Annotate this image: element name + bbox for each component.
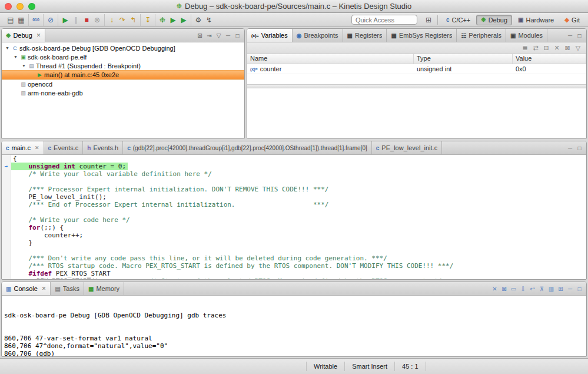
- expander-icon[interactable]: ▼: [4, 46, 11, 50]
- resume-icon[interactable]: ▶: [60, 15, 71, 25]
- instruction-stepping-icon[interactable]: ↧: [142, 15, 153, 25]
- tab-memory[interactable]: ▦Memory: [84, 282, 124, 295]
- remove-all-icon[interactable]: ⊠: [563, 44, 572, 53]
- gear-icon[interactable]: ⚙: [193, 15, 204, 25]
- minimize-icon[interactable]: ─: [566, 284, 574, 293]
- new-file-icon[interactable]: ▤: [5, 15, 16, 25]
- code-line[interactable]: PE_low_level_init();: [2, 193, 586, 201]
- zoom-window-button[interactable]: [28, 3, 35, 10]
- step-return-icon[interactable]: ↰: [128, 15, 138, 25]
- debug-tree-item[interactable]: ▼▤Thread #1 (Suspended : Breakpoint): [2, 61, 244, 70]
- clear-console-icon[interactable]: ▭: [509, 284, 518, 293]
- collapse-all-icon[interactable]: ⊟: [542, 44, 551, 53]
- tab-breakpoints[interactable]: ◉Breakpoints: [293, 29, 343, 42]
- code-line[interactable]: }: [2, 239, 586, 247]
- column-header-name[interactable]: Name: [247, 54, 414, 64]
- tab-registers[interactable]: ▦Registers: [343, 29, 387, 42]
- open-perspective-icon[interactable]: ⊞: [423, 15, 434, 25]
- editor-tab[interactable]: cPE_low_level_init.c: [372, 141, 442, 154]
- remove-all-launches-icon[interactable]: ⊠: [500, 284, 509, 293]
- column-header-type[interactable]: Type: [414, 54, 513, 64]
- code-line[interactable]: [2, 208, 586, 216]
- show-logical-structure-icon[interactable]: ⇄: [531, 44, 540, 53]
- remove-selected-icon[interactable]: ✕: [552, 44, 562, 53]
- tab-variables[interactable]: (x)=Variables: [247, 29, 293, 42]
- code-line[interactable]: {: [2, 155, 586, 163]
- console-output[interactable]: sdk-osk-board-pe Debug [GDB OpenOCD Debu…: [2, 296, 586, 356]
- debug-tree-item[interactable]: ▶main() at main.c:45 0xe2e: [2, 70, 244, 80]
- close-icon[interactable]: ✕: [42, 286, 46, 292]
- minimize-icon[interactable]: ─: [566, 144, 574, 153]
- debug-tree-item[interactable]: ▥arm-none-eabi-gdb: [2, 88, 244, 97]
- code-line[interactable]: PEX_RTOS_START(); /* Startup of the sele…: [2, 277, 586, 279]
- maximize-icon[interactable]: □: [575, 284, 584, 293]
- perspective-cc[interactable]: cC/C++: [441, 15, 475, 25]
- detail-pane-sash[interactable]: [247, 84, 586, 88]
- remove-launch-icon[interactable]: ✕: [490, 284, 499, 293]
- code-editor[interactable]: {→ unsigned int counter = 0; /* Write yo…: [2, 155, 586, 279]
- code-line[interactable]: [2, 178, 586, 186]
- tab-modules[interactable]: ▣Modules: [506, 29, 547, 42]
- maximize-icon[interactable]: □: [575, 31, 584, 40]
- tab-debug[interactable]: ❉ Debug ✕: [2, 29, 45, 42]
- perspective-debug[interactable]: ❉Debug: [476, 15, 512, 25]
- perspective-hardware[interactable]: ▣Hardware: [513, 15, 559, 25]
- binary-display-icon[interactable]: 010: [31, 15, 41, 25]
- view-menu-icon[interactable]: ▽: [573, 44, 583, 53]
- column-header-value[interactable]: Value: [513, 54, 586, 64]
- save-icon[interactable]: ▦: [16, 15, 26, 25]
- flash-icon[interactable]: ↯: [204, 15, 214, 25]
- step-over-icon[interactable]: ↷: [117, 15, 128, 25]
- perspective-git[interactable]: ◆Git: [560, 15, 584, 25]
- code-line[interactable]: /*** Processor Expert internal initializ…: [2, 186, 586, 193]
- code-line[interactable]: #ifdef PEX_RTOS_START: [2, 270, 586, 277]
- maximize-icon[interactable]: □: [233, 31, 242, 40]
- terminate-icon[interactable]: ■: [81, 15, 92, 25]
- maximize-icon[interactable]: □: [575, 144, 584, 153]
- step-filters-icon[interactable]: ⇥: [205, 31, 214, 40]
- code-line[interactable]: /*** RTOS startup code. Macro PEX_RTOS_S…: [2, 262, 586, 270]
- view-menu-icon[interactable]: ▽: [214, 31, 223, 40]
- debug-icon[interactable]: ❉: [157, 15, 168, 25]
- minimize-icon[interactable]: ─: [566, 31, 574, 40]
- editor-tab[interactable]: hEvents.h: [83, 141, 123, 154]
- skip-all-breakpoints-icon[interactable]: ⊘: [45, 15, 56, 25]
- debug-tree-item[interactable]: ▼Csdk-osk-board-pe Debug [GDB OpenOCD De…: [2, 44, 244, 52]
- tab-embsys-registers[interactable]: ▦EmbSys Registers: [387, 29, 457, 42]
- debug-tree-item[interactable]: ▼▣sdk-osk-board-pe.elf: [2, 52, 244, 61]
- editor-tab[interactable]: cEvents.c: [44, 141, 84, 154]
- editor-tab[interactable]: c(gdb[22].proc[42000].threadGroup[i1],gd…: [123, 141, 372, 154]
- code-line[interactable]: for(;;) {: [2, 224, 586, 231]
- close-window-button[interactable]: [5, 3, 12, 10]
- minimize-window-button[interactable]: [16, 3, 24, 10]
- expander-icon[interactable]: ▼: [12, 55, 19, 59]
- run-icon[interactable]: ▶: [168, 15, 178, 25]
- word-wrap-icon[interactable]: ↩: [528, 284, 537, 293]
- open-console-icon[interactable]: ⊞: [556, 284, 565, 293]
- code-line[interactable]: /*** Don't write any code pass this line…: [2, 254, 586, 262]
- expander-icon[interactable]: ▼: [21, 64, 27, 68]
- code-line[interactable]: [2, 247, 586, 254]
- code-line[interactable]: /* Write your local variable definition …: [2, 170, 586, 178]
- code-line[interactable]: /*** End of Processor Expert internal in…: [2, 201, 586, 208]
- quick-access-input[interactable]: [351, 15, 417, 25]
- show-type-names-icon[interactable]: ≣: [520, 44, 530, 53]
- display-selected-console-icon[interactable]: ▥: [547, 284, 556, 293]
- disconnect-icon[interactable]: ⊗: [92, 15, 102, 25]
- tab-console[interactable]: ▥Console✕: [2, 282, 51, 295]
- scroll-lock-icon[interactable]: ⇩: [519, 284, 527, 293]
- tab-tasks[interactable]: ▤Tasks: [51, 282, 84, 295]
- debug-tree-item[interactable]: ▥openocd: [2, 80, 244, 88]
- external-tools-icon[interactable]: ▶: [178, 15, 189, 25]
- code-line[interactable]: /* Write your code here */: [2, 216, 586, 224]
- code-line[interactable]: counter++;: [2, 231, 586, 239]
- code-line[interactable]: → unsigned int counter = 0;: [2, 163, 586, 170]
- variable-row[interactable]: (x)=counterunsigned int0x0: [247, 64, 586, 74]
- suspend-icon[interactable]: ∥: [71, 15, 81, 25]
- close-icon[interactable]: ✕: [36, 32, 41, 38]
- step-into-icon[interactable]: ↓: [107, 15, 117, 25]
- tab-peripherals[interactable]: ☷Peripherals: [457, 29, 506, 42]
- pin-console-icon[interactable]: ⊼: [537, 284, 546, 293]
- close-icon[interactable]: ✕: [35, 145, 39, 151]
- remove-all-terminated-icon[interactable]: ⊠: [195, 31, 204, 40]
